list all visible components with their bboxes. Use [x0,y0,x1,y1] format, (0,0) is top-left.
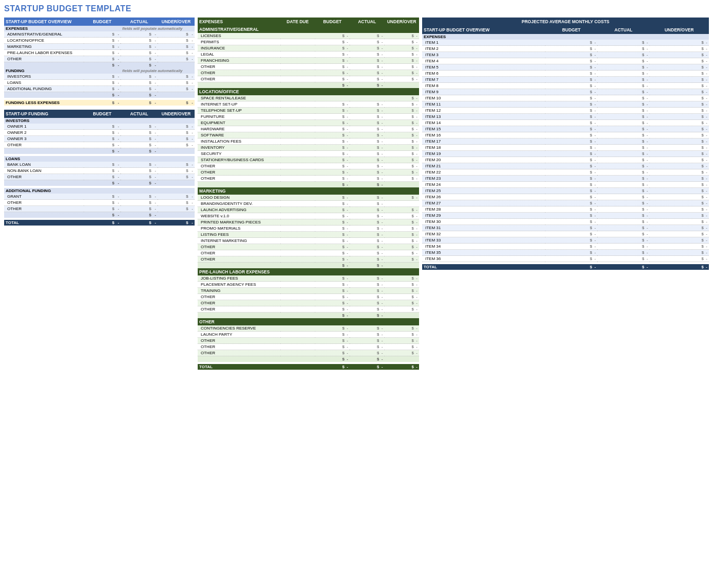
owner1-actual[interactable]: $ - [120,124,158,130]
admin-other1-under: $ - [385,64,419,70]
investors-section-label: INVESTORS [4,118,195,124]
grant-actual[interactable]: $ - [120,194,158,200]
licenses-under: $ - [385,33,419,39]
insurance-date[interactable] [281,45,315,51]
franchising-budget[interactable]: $ - [315,58,350,64]
r-item21: ITEM 21 [422,163,545,169]
owner2-budget[interactable]: $ - [84,130,121,136]
loan-other-budget[interactable]: $ - [84,174,121,180]
funding-investors-actual[interactable]: $ - [120,74,158,80]
additional-other2-actual[interactable]: $ - [120,206,158,212]
telephone-setup-label: TELEPHONE SET-UP [198,108,281,114]
r-budget-header: BUDGET [545,26,597,34]
expense-total-label [4,62,84,68]
permits-budget[interactable]: $ - [315,39,350,45]
legal-actual[interactable]: $ - [350,51,384,58]
insurance-budget[interactable]: $ - [315,45,350,51]
location-subtotal-label [198,182,315,188]
admin-other3-actual[interactable]: $ - [350,76,384,82]
expense-admin-actual[interactable]: $ - [120,31,158,38]
franchising-actual[interactable]: $ - [350,58,384,64]
stationery-label: STATIONERY/BUSINESS CARDS [198,157,281,163]
admin-other2-actual[interactable]: $ - [350,70,384,76]
sf-actual-header: ACTUAL [120,110,158,118]
legal-budget[interactable]: $ - [315,51,350,58]
r-item36: ITEM 36 [422,256,545,262]
funding-additional-actual[interactable]: $ - [120,86,158,92]
expense-admin: ADMINISTRATIVE/GENERAL [4,31,84,38]
expense-location-actual[interactable]: $ - [120,38,158,44]
r-total-budget: $ - [545,264,597,270]
licenses-date[interactable] [281,33,315,39]
admin-other1-date[interactable] [281,64,315,70]
launch-party-label: LAUNCH PARTY [198,332,281,338]
promo-materials-label: PROMO MATERIALS [198,226,281,232]
bank-loan-label: BANK LOAN [4,162,84,168]
loan-other-actual[interactable]: $ - [120,174,158,180]
expense-prelaunch-actual[interactable]: $ - [120,50,158,56]
expense-location-under: $ - [158,38,195,44]
sf-total-label: TOTAL [4,220,84,226]
r-under-header: UNDER/OVER [650,26,709,34]
funding-investors-budget[interactable]: $ - [84,74,121,80]
bank-loan-actual[interactable]: $ - [120,162,158,168]
funding-loans: LOANS [4,80,84,86]
additional-other1-actual[interactable]: $ - [120,200,158,206]
loan-other-label: OTHER [4,174,84,180]
admin-other1-actual[interactable]: $ - [350,64,384,70]
admin-subtotal-actual: $ - [350,82,384,89]
location-other2-label: OTHER [198,169,281,176]
nonbank-loan-actual[interactable]: $ - [120,168,158,174]
expense-admin-budget[interactable]: $ - [84,31,121,38]
nonbank-loan-budget[interactable]: $ - [84,168,121,174]
sf-under-header: UNDER/OVER [158,110,195,118]
expense-marketing-actual[interactable]: $ - [120,44,158,50]
expense-other-budget[interactable]: $ - [84,56,121,62]
bank-loan-under: $ - [158,162,195,168]
funding-investors-under: $ - [158,74,195,80]
expense-prelaunch-budget[interactable]: $ - [84,50,121,56]
funding-additional-budget[interactable]: $ - [84,86,121,92]
licenses-budget[interactable]: $ - [315,33,350,39]
marketing-subtotal-under [385,263,419,269]
funding-loans-actual[interactable]: $ - [120,80,158,86]
licenses-actual[interactable]: $ - [350,33,384,39]
owner2-actual[interactable]: $ - [120,130,158,136]
expense-location-budget[interactable]: $ - [84,38,121,44]
r-item32: ITEM 32 [422,231,545,237]
legal-date[interactable] [281,51,315,58]
permits-date[interactable] [281,39,315,45]
permits-actual[interactable]: $ - [350,39,384,45]
additional-other1-budget[interactable]: $ - [84,200,121,206]
owner3-budget[interactable]: $ - [84,136,121,142]
r-item4: ITEM 4 [422,58,545,64]
expense-marketing-budget[interactable]: $ - [84,44,121,50]
r-item16: ITEM 16 [422,132,545,139]
admin-other1-budget[interactable]: $ - [315,64,350,70]
funding-total-actual: $ - [120,92,158,98]
r-item29: ITEM 29 [422,213,545,219]
bank-loan-budget[interactable]: $ - [84,162,121,168]
expense-other-actual[interactable]: $ - [120,56,158,62]
r-item17: ITEM 17 [422,139,545,145]
owner3-actual[interactable]: $ - [120,136,158,142]
prelaunch-other3-label: OTHER [198,306,281,313]
funding-loans-budget[interactable]: $ - [84,80,121,86]
funding-total-label [4,92,84,98]
admin-other3-date[interactable] [281,76,315,82]
admin-other3-budget[interactable]: $ - [315,76,350,82]
investors-total-label [4,148,84,154]
owner1-budget[interactable]: $ - [84,124,121,130]
investor-other-budget[interactable]: $ - [84,142,121,148]
grant-budget[interactable]: $ - [84,194,121,200]
left-panel: START-UP BUDGET OVERVIEW BUDGET ACTUAL U… [4,18,195,226]
admin-other1-label: OTHER [198,64,281,70]
additional-other2-budget[interactable]: $ - [84,206,121,212]
r-item3: ITEM 3 [422,52,545,58]
admin-other2-budget[interactable]: $ - [315,70,350,76]
startup-funding-table: START-UP FUNDING BUDGET ACTUAL UNDER/OVE… [4,110,195,226]
admin-other2-date[interactable] [281,70,315,76]
investor-other-actual[interactable]: $ - [120,142,158,148]
franchising-date[interactable] [281,58,315,64]
insurance-actual[interactable]: $ - [350,45,384,51]
